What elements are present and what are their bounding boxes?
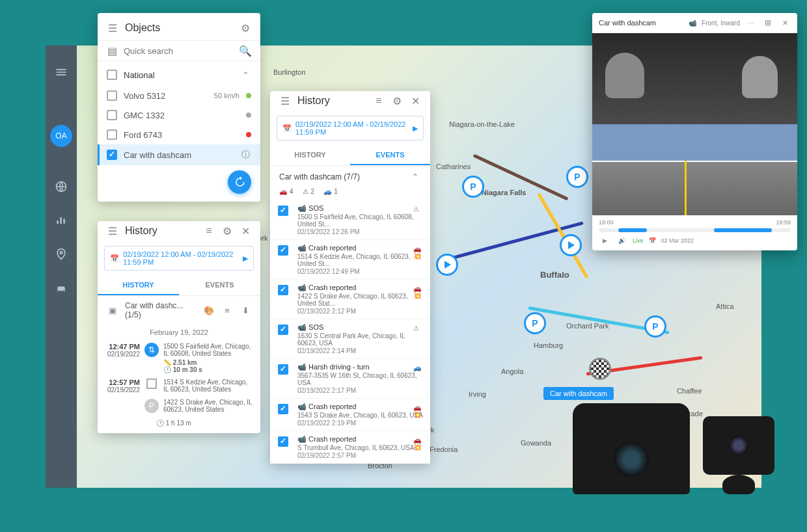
avatar[interactable]: OA: [50, 125, 72, 147]
history-fab[interactable]: [228, 170, 251, 194]
close-icon[interactable]: ✕: [409, 95, 421, 107]
chevron-up-icon[interactable]: ⌃: [239, 69, 251, 81]
live-label[interactable]: Live: [633, 237, 644, 244]
play-marker[interactable]: [436, 254, 458, 276]
play-icon[interactable]: ▶: [413, 124, 418, 133]
timeline-bar[interactable]: [599, 228, 791, 232]
close-icon[interactable]: ✕: [779, 17, 791, 29]
object-checkbox[interactable]: [107, 150, 117, 160]
info-icon[interactable]: ⓘ: [239, 149, 251, 161]
date-range[interactable]: 📅 02/19/2022 12:00 AM - 02/19/2022 11:59…: [104, 246, 254, 271]
event-item[interactable]: 📹 Harsh driving - turn 3567-3535 W 16th …: [270, 359, 430, 399]
event-checkbox[interactable]: [278, 364, 288, 375]
event-item[interactable]: 📹 Crash reported S Trumbull Ave, Chicago…: [270, 431, 430, 464]
event-title: 📹 Crash reported: [297, 284, 424, 292]
event-title: 📹 SOS: [297, 323, 424, 332]
calendar-icon[interactable]: 📅: [649, 237, 656, 244]
object-item[interactable]: Ford 6743: [98, 125, 260, 144]
parking-marker[interactable]: P: [644, 315, 666, 338]
trip-row[interactable]: 12:57 PM02/19/2022 1514 S Kedzie Ave, Ch…: [98, 376, 260, 396]
object-group[interactable]: National ⌃: [98, 64, 260, 86]
object-checkbox[interactable]: [107, 110, 117, 120]
parking-marker[interactable]: P: [566, 166, 588, 188]
download-icon[interactable]: ⬇: [239, 304, 251, 316]
tab-events[interactable]: EVENTS: [179, 276, 260, 295]
events-summary[interactable]: Car with dashcam (7/7) ⌃: [270, 166, 430, 188]
list-icon[interactable]: ≡: [373, 95, 385, 107]
palette-icon[interactable]: 🎨: [203, 304, 215, 316]
search-input[interactable]: [124, 46, 233, 56]
total-duration: 1 h 13 m: [166, 419, 191, 427]
video-date: 02 Mar 2022: [661, 237, 694, 244]
event-checkbox[interactable]: [278, 206, 288, 216]
map-tooltip: Car with dashcam: [543, 387, 614, 400]
grid-icon[interactable]: ⊞: [762, 17, 774, 29]
event-type-icon: 🚙: [413, 364, 424, 375]
date-range[interactable]: 📅 02/19/2022 12:00 AM - 02/19/2022 11:59…: [277, 116, 424, 140]
video-front[interactable]: [592, 124, 797, 215]
collapse-icon[interactable]: ▣: [107, 304, 118, 316]
location-icon[interactable]: [54, 247, 68, 261]
gear-icon[interactable]: ⚙: [221, 225, 233, 237]
close-icon[interactable]: ✕: [239, 225, 251, 237]
event-checkbox[interactable]: [278, 245, 288, 256]
search-icon[interactable]: 🔍: [239, 45, 251, 57]
trip-row[interactable]: P 1422 S Drake Ave, Chicago, IL 60623, U…: [98, 396, 260, 416]
more-icon[interactable]: ⋯: [745, 17, 757, 29]
list-icon[interactable]: ≡: [221, 304, 233, 316]
tab-history[interactable]: HISTORY: [98, 276, 179, 295]
play-icon[interactable]: ▶: [243, 254, 248, 263]
list-icon[interactable]: ≡: [203, 225, 215, 237]
play-icon[interactable]: ▶: [599, 235, 610, 246]
globe-icon[interactable]: [54, 180, 68, 194]
panel-menu-icon[interactable]: ☰: [107, 225, 118, 237]
object-item[interactable]: Car with dashcam ⓘ: [98, 144, 260, 165]
object-item[interactable]: Volvo 5312 50 km/h: [98, 86, 260, 105]
gear-icon[interactable]: ⚙: [239, 22, 251, 34]
date-range-text: 02/19/2022 12:00 AM - 02/19/2022 11:59 P…: [295, 120, 409, 136]
event-item[interactable]: 📹 SOS 1500 S Fairfield Ave, Chicago, IL …: [270, 200, 430, 240]
finish-marker[interactable]: [589, 358, 611, 380]
gear-icon[interactable]: ⚙: [391, 95, 403, 107]
group-checkbox[interactable]: [107, 70, 117, 80]
event-item[interactable]: 📹 Crash reported 1514 S Kedzie Ave, Chic…: [270, 240, 430, 280]
object-item[interactable]: GMC 1332: [98, 105, 260, 125]
object-checkbox[interactable]: [107, 129, 117, 140]
menu-icon[interactable]: [54, 65, 68, 79]
play-marker[interactable]: [560, 234, 582, 256]
event-item[interactable]: 📹 Crash reported 1543 S Drake Ave, Chica…: [270, 399, 430, 431]
history-title: History: [125, 225, 197, 237]
event-title: 📹 Crash reported: [297, 244, 424, 252]
drive-count: 🚙 1: [323, 188, 338, 195]
parking-marker[interactable]: P: [524, 312, 546, 334]
video-source[interactable]: Front, Inward: [702, 20, 740, 27]
event-address: 1422 S Drake Ave, Chicago, IL 60623, Uni…: [297, 293, 424, 307]
event-item[interactable]: 📹 SOS 1630 S Central Park Ave, Chicago, …: [270, 319, 430, 359]
event-checkbox[interactable]: [278, 404, 288, 414]
event-type-icon: ⚠: [413, 206, 424, 216]
event-type-icon: 🚗💥: [413, 285, 424, 295]
event-item[interactable]: 📹 Crash reported 1422 S Drake Ave, Chica…: [270, 280, 430, 319]
event-checkbox[interactable]: [278, 436, 288, 447]
tab-history[interactable]: HISTORY: [270, 146, 350, 165]
trip-row[interactable]: 12:47 PM02/19/2022 ⇅ 1500 S Fairfield Av…: [98, 340, 260, 376]
object-checkbox[interactable]: [107, 90, 117, 101]
panel-menu-icon[interactable]: ☰: [107, 22, 118, 34]
tab-events[interactable]: EVENTS: [350, 146, 430, 165]
volume-icon[interactable]: 🔊: [616, 235, 627, 246]
parking-marker[interactable]: P: [462, 176, 484, 198]
app-sidebar: OA: [46, 46, 77, 488]
car-icon[interactable]: [54, 281, 68, 295]
event-checkbox[interactable]: [278, 285, 288, 295]
chart-icon[interactable]: [54, 213, 68, 228]
video-inward[interactable]: [592, 33, 797, 124]
events-panel: ☰ History ≡ ⚙ ✕ 📅 02/19/2022 12:00 AM - …: [270, 91, 430, 464]
event-type-icon: 🚗💥: [413, 245, 424, 256]
filter-icon[interactable]: ▤: [107, 45, 117, 57]
event-time: 02/19/2022 2:17 PM: [297, 387, 424, 394]
date-range-text: 02/19/2022 12:00 AM - 02/19/2022 11:59 P…: [123, 250, 239, 266]
event-checkbox[interactable]: [278, 325, 288, 335]
panel-menu-icon[interactable]: ☰: [279, 95, 291, 107]
chevron-up-icon[interactable]: ⌃: [409, 171, 421, 183]
status-dot: [246, 93, 251, 98]
